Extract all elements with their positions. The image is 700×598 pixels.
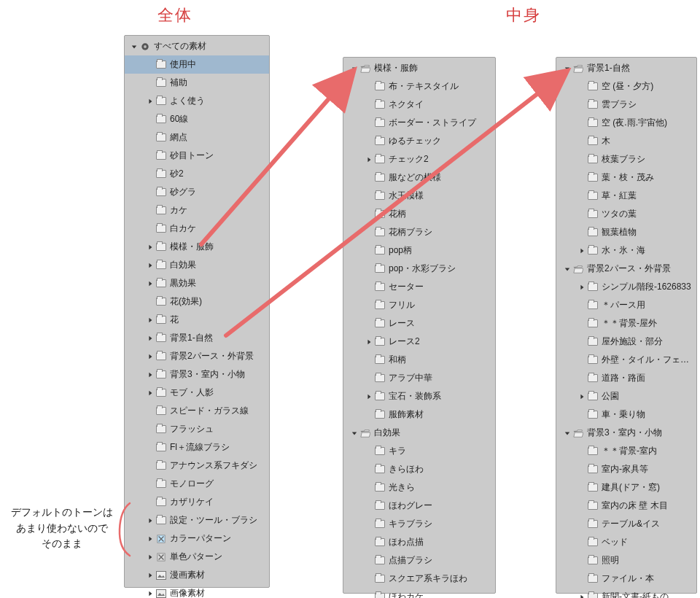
tree-item[interactable]: 室内-家具等 — [556, 460, 696, 478]
tree-item[interactable]: スピード・ガラス線 — [125, 402, 269, 420]
tree-item[interactable]: 雲ブラシ — [556, 96, 696, 114]
tree-item[interactable]: フラッシュ — [125, 420, 269, 438]
tree-item[interactable]: 水玉模様 — [343, 187, 495, 205]
tree-item[interactable]: ＊＊背景-屋外 — [556, 314, 696, 333]
tree-item[interactable]: 水・氷・海 — [556, 241, 696, 260]
tree-item[interactable]: 砂目トーン — [125, 147, 269, 165]
tree-item[interactable]: 木 — [556, 132, 696, 150]
chevron-right-icon[interactable] — [578, 594, 586, 599]
tree-item[interactable]: レース — [343, 314, 495, 333]
chevron-right-icon[interactable] — [147, 280, 154, 287]
tree-item[interactable]: キラ — [343, 442, 495, 460]
tree-item[interactable]: きらほわ — [343, 460, 495, 478]
chevron-right-icon[interactable] — [365, 156, 373, 163]
tree-item[interactable]: フリル — [343, 296, 495, 314]
chevron-right-icon[interactable] — [147, 517, 154, 524]
tree-item[interactable]: ほわ点描 — [343, 533, 495, 551]
tree-item[interactable]: ボーダー・ストライプ — [343, 114, 495, 132]
tree-item[interactable]: ＊パース用 — [556, 296, 696, 314]
chevron-right-icon[interactable] — [578, 393, 586, 400]
tree-item[interactable]: ツタの葉 — [556, 205, 696, 223]
chevron-right-icon[interactable] — [147, 389, 154, 397]
tree-item[interactable]: 服飾素材 — [343, 405, 495, 424]
tree-item[interactable]: 車・乗り物 — [556, 405, 696, 424]
tree-item[interactable]: 照明 — [556, 551, 696, 570]
tree-item[interactable]: カケ — [125, 201, 269, 220]
tree-item[interactable]: 花柄ブラシ — [343, 223, 495, 241]
tree-item[interactable]: 枝葉ブラシ — [556, 150, 696, 168]
tree-item[interactable]: 背景1-自然 — [556, 59, 696, 77]
chevron-right-icon[interactable] — [147, 572, 154, 579]
tree-item[interactable]: 補助 — [125, 74, 269, 92]
chevron-down-icon[interactable] — [131, 43, 138, 50]
tree-item[interactable]: ネクタイ — [343, 96, 495, 114]
tree-item[interactable]: 設定・ツール・ブラシ — [125, 511, 269, 529]
tree-item[interactable]: 光きら — [343, 478, 495, 497]
chevron-right-icon[interactable] — [147, 590, 154, 597]
tree-item[interactable]: ファイル・本 — [556, 570, 696, 588]
tree-item[interactable]: アナウンス系フキダシ — [125, 457, 269, 475]
chevron-right-icon[interactable] — [147, 317, 154, 324]
tree-item[interactable]: レース2 — [343, 333, 495, 351]
chevron-down-icon[interactable] — [351, 430, 358, 437]
tree-item[interactable]: 和柄 — [343, 351, 495, 369]
chevron-right-icon[interactable] — [578, 284, 586, 291]
tree-item[interactable]: 屋外施設・部分 — [556, 333, 696, 351]
tree-item[interactable]: 室内の床 壁 木目 — [556, 497, 696, 515]
tree-item[interactable]: シンプル階段-1626833 — [556, 278, 696, 296]
tree-item[interactable]: 背景2パース・外背景 — [556, 260, 696, 278]
tree-item[interactable]: ほわカケ — [343, 588, 495, 598]
chevron-right-icon[interactable] — [147, 244, 154, 251]
tree-item[interactable]: 草・紅葉 — [556, 187, 696, 205]
tree-item[interactable]: 単色パターン — [125, 548, 269, 566]
chevron-right-icon[interactable] — [147, 535, 154, 543]
tree-item[interactable]: 観葉植物 — [556, 223, 696, 241]
tree-item[interactable]: カラーパターン — [125, 529, 269, 548]
tree-item[interactable]: 60線 — [125, 110, 269, 128]
chevron-down-icon[interactable] — [564, 65, 571, 72]
tree-item[interactable]: カザリケイ — [125, 493, 269, 511]
tree-item[interactable]: 背景3・室内・小物 — [556, 424, 696, 442]
tree-item[interactable]: 漫画素材 — [125, 566, 269, 584]
tree-item[interactable]: テーブル&イス — [556, 515, 696, 533]
tree-item[interactable]: モブ・人影 — [125, 384, 269, 402]
tree-item[interactable]: pop・水彩ブラシ — [343, 260, 495, 278]
tree-item[interactable]: 布・テキスタイル — [343, 77, 495, 96]
chevron-down-icon[interactable] — [564, 430, 571, 437]
chevron-right-icon[interactable] — [147, 554, 154, 561]
tree-item[interactable]: ＊＊背景-室内 — [556, 442, 696, 460]
chevron-right-icon[interactable] — [578, 247, 586, 255]
chevron-right-icon[interactable] — [147, 262, 154, 269]
tree-item[interactable]: ゆるチェック — [343, 132, 495, 150]
tree-item[interactable]: 網点 — [125, 128, 269, 147]
tree-item[interactable]: 空 (夜.雨.宇宙他) — [556, 114, 696, 132]
tree-item[interactable]: 砂2 — [125, 165, 269, 183]
tree-item[interactable]: 白カケ — [125, 220, 269, 238]
tree-item[interactable]: pop柄 — [343, 241, 495, 260]
tree-item[interactable]: モノローグ — [125, 475, 269, 493]
chevron-right-icon[interactable] — [365, 393, 373, 400]
tree-item[interactable]: 点描ブラシ — [343, 551, 495, 570]
tree-item[interactable]: チェック2 — [343, 150, 495, 168]
tree-item[interactable]: 服などの模様 — [343, 168, 495, 187]
chevron-down-icon[interactable] — [351, 65, 358, 72]
tree-item[interactable]: 背景2パース・外背景 — [125, 347, 269, 365]
tree-item[interactable]: 模様・服飾 — [125, 238, 269, 256]
tree-item[interactable]: 公園 — [556, 387, 696, 405]
tree-item[interactable]: 道路・路面 — [556, 369, 696, 387]
tree-item[interactable]: 白効果 — [125, 256, 269, 274]
tree-item[interactable]: 新聞-文書-紙もの — [556, 588, 696, 598]
tree-item[interactable]: 花 — [125, 311, 269, 329]
tree-item[interactable]: 背景3・室内・小物 — [125, 365, 269, 384]
tree-item[interactable]: 葉・枝・茂み — [556, 168, 696, 187]
chevron-right-icon[interactable] — [365, 338, 373, 346]
tree-item[interactable]: 使用中 — [125, 55, 269, 74]
chevron-right-icon[interactable] — [147, 353, 154, 360]
tree-item[interactable]: 模様・服飾 — [343, 59, 495, 77]
tree-item[interactable]: ベッド — [556, 533, 696, 551]
tree-item[interactable]: 外壁・タイル・フェンス — [556, 351, 696, 369]
chevron-right-icon[interactable] — [147, 371, 154, 378]
tree-item[interactable]: 宝石・装飾系 — [343, 387, 495, 405]
tree-item[interactable]: 花(効果) — [125, 292, 269, 311]
tree-item[interactable]: 砂グラ — [125, 183, 269, 201]
